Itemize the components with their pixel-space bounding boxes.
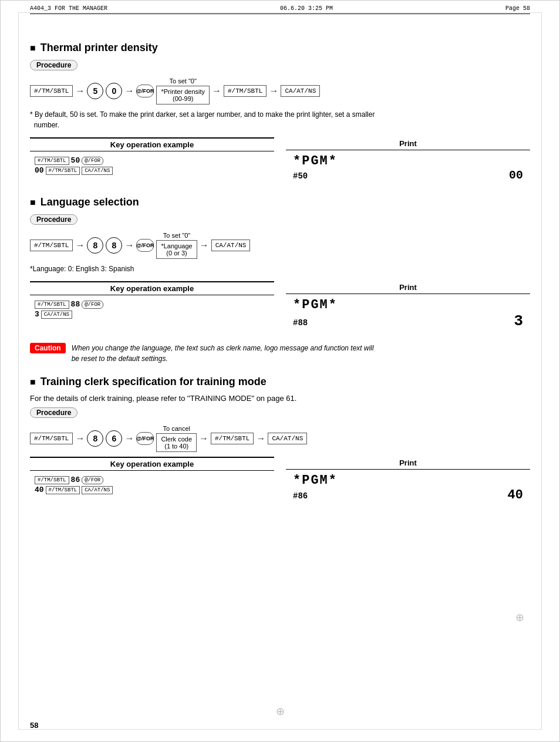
key-op-body-language: #/TM/SBTL 88 @/FOR 3 CA/AT/NS (30, 295, 274, 323)
print-header-thermal: Print (286, 137, 530, 150)
key-tmstbl-2: #/TM/SBTL (224, 85, 266, 97)
sk-tmstbl-5: #/TM/SBTL (46, 486, 80, 494)
key-op-body-thermal: #/TM/SBTL 50 @/FOR 00 #/TM/SBTL CA/AT/NS (30, 151, 274, 180)
key-op-header-language: Key operation example (30, 281, 274, 295)
caution-text: When you change the language, the text s… (72, 343, 374, 364)
procedure-badge-thermal: Procedure (30, 60, 77, 70)
procedure-badge-training: Procedure (30, 407, 77, 418)
print-code-3: #86 (293, 491, 308, 501)
sk-val-00: 00 (35, 166, 44, 175)
sk-tmstbl-1: #/TM/SBTL (35, 157, 69, 165)
to-cancel-label: To cancel (163, 425, 190, 432)
key-atfor-1: @/FOR (136, 85, 154, 97)
key-tmstbl-3: #/TM/SBTL (30, 240, 73, 251)
arrow-1: → (75, 86, 85, 96)
arrow-6: → (124, 240, 134, 251)
key-op-row-6: 40 #/TM/SBTL CA/AT/NS (35, 485, 269, 494)
circle-5: 5 (87, 83, 103, 99)
key-op-row-5: #/TM/SBTL 86 @/FOR (35, 475, 269, 484)
print-code-1: #50 (293, 171, 308, 181)
print-row-3: #86 40 (293, 488, 523, 502)
key-op-row-3: #/TM/SBTL 88 @/FOR (35, 300, 269, 309)
print-row-1: #50 00 (293, 168, 523, 182)
to-set-label-2: To set "0" (163, 232, 190, 239)
circle-0: 0 (106, 83, 122, 99)
key-tmstbl-5: #/TM/SBTL (211, 433, 254, 444)
header-right: Page 58 (505, 5, 530, 12)
section-training-title: Training clerk specification for trainin… (30, 376, 530, 388)
print-table-training: Print *PGM* #86 40 (286, 457, 530, 506)
key-caatns-2: CA/AT/NS (211, 240, 251, 251)
section-language: Language selection Procedure #/TM/SBTL →… (30, 196, 530, 364)
section-thermal: Thermal printer density Procedure #/TM/S… (30, 42, 530, 186)
arrow-10: → (199, 433, 208, 444)
print-row-2: #88 3 (293, 312, 523, 330)
header-left: A404_3 FOR THE MANAGER (30, 5, 107, 12)
tables-thermal: Key operation example #/TM/SBTL 50 @/FOR… (30, 137, 530, 186)
pgm-text-3: *PGM* (293, 473, 523, 488)
circle-8c: 8 (87, 430, 103, 447)
section-language-title: Language selection (30, 196, 530, 208)
sk-val-3: 3 (35, 310, 39, 319)
header-center: 06.6.20 3:25 PM (280, 5, 333, 12)
pgm-text-2: *PGM* (293, 298, 523, 312)
arrow-8: → (75, 433, 85, 444)
print-val-2: 3 (514, 312, 523, 330)
sk-atfor-2: @/FOR (82, 301, 103, 309)
caution-box: Caution When you change the language, th… (30, 343, 530, 364)
key-tmstbl-4: #/TM/SBTL (30, 433, 73, 444)
caution-badge: Caution (30, 343, 66, 353)
key-atfor-3: @/FOR (136, 432, 154, 445)
arrow-7: → (200, 240, 209, 251)
condition-group-1: To set "0" *Printer density(00-99) (156, 77, 210, 104)
flow-thermal: #/TM/SBTL → 5 0 → @/FOR To set "0" *Prin… (30, 77, 530, 104)
arrow-11: → (256, 433, 265, 444)
sk-caatns-3: CA/AT/NS (82, 486, 113, 494)
print-content-language: *PGM* #88 3 (286, 294, 530, 333)
print-header-training: Print (286, 457, 530, 470)
section-training: Training clerk specification for trainin… (30, 376, 530, 506)
procedure-badge-language: Procedure (30, 214, 77, 225)
sk-val-40: 40 (35, 485, 44, 494)
print-content-thermal: *PGM* #50 00 (286, 150, 530, 186)
sk-atfor-1: @/FOR (82, 157, 103, 165)
pgm-text-1: *PGM* (293, 154, 523, 168)
sk-caatns-2: CA/AT/NS (41, 311, 72, 319)
sk-atfor-3: @/FOR (82, 476, 103, 484)
key-op-table-language: Key operation example #/TM/SBTL 88 @/FOR… (30, 281, 274, 333)
sk-tmstbl-4: #/TM/SBTL (35, 476, 69, 484)
condition-box-1: *Printer density(00-99) (156, 86, 210, 104)
sk-tmstbl-3: #/TM/SBTL (35, 301, 69, 309)
key-tmstbl-1: #/TM/SBTL (30, 85, 73, 97)
note-thermal: * By default, 50 is set. To make the pri… (30, 109, 530, 130)
arrow-4: → (269, 86, 278, 96)
page-header: A404_3 FOR THE MANAGER 06.6.20 3:25 PM P… (30, 5, 530, 14)
crosshair-bottom: ⊕ (276, 705, 285, 718)
key-op-row-1: #/TM/SBTL 50 @/FOR (35, 156, 269, 165)
tables-training: Key operation example #/TM/SBTL 86 @/FOR… (30, 457, 530, 506)
key-caatns-3: CA/AT/NS (268, 433, 307, 444)
sk-val-88: 88 (71, 300, 80, 309)
key-op-body-training: #/TM/SBTL 86 @/FOR 40 #/TM/SBTL CA/AT/NS (30, 471, 274, 499)
crosshair-right: ⊕ (515, 611, 524, 624)
sk-val-86: 86 (71, 475, 80, 484)
flow-training: #/TM/SBTL → 8 6 → @/FOR To cancel Clerk … (30, 425, 530, 452)
key-op-table-training: Key operation example #/TM/SBTL 86 @/FOR… (30, 457, 274, 506)
print-val-1: 00 (509, 168, 523, 182)
print-code-2: #88 (293, 318, 308, 328)
page-container: A404_3 FOR THE MANAGER 06.6.20 3:25 PM P… (0, 0, 560, 742)
flow-language: #/TM/SBTL → 8 8 → @/FOR To set "0" *Lang… (30, 232, 530, 259)
page-number: 58 (30, 721, 38, 730)
condition-group-2: To set "0" *Language(0 or 3) (156, 232, 197, 259)
condition-group-3: To cancel Clerk code(1 to 40) (156, 425, 197, 452)
arrow-9: → (124, 433, 134, 444)
print-content-training: *PGM* #86 40 (286, 470, 530, 506)
key-op-header-thermal: Key operation example (30, 137, 274, 151)
sk-val-50: 50 (71, 156, 80, 165)
circle-8a: 8 (87, 237, 103, 254)
arrow-5: → (75, 240, 85, 251)
print-header-language: Print (286, 281, 530, 294)
sk-caatns-1: CA/AT/NS (82, 167, 113, 175)
key-caatns-1: CA/AT/NS (281, 85, 320, 97)
arrow-3: → (212, 86, 221, 96)
